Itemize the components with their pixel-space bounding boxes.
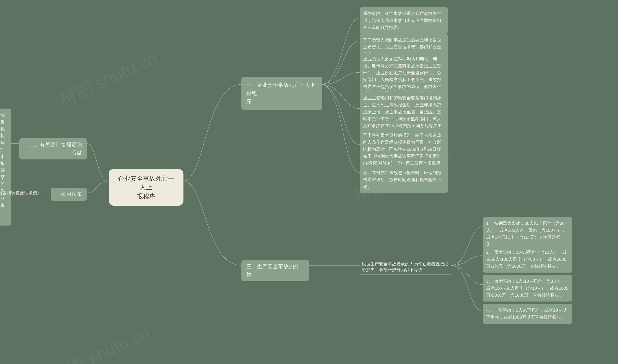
branch-node-4[interactable]: 三、生产安全事故的分类 [242,260,309,281]
branch1-line1: 一、企业安全事故死亡一人上报程 [246,82,315,96]
watermark: 树图 shutu.cn [55,46,161,112]
root-node[interactable]: 企业安全事故死亡一人上 报程序 [109,169,184,206]
leaf-node[interactable]: 2、 重大事故：10-30死亡（含10人），或者50人-100人重伤（含50人）… [483,246,572,273]
leaf-node[interactable]: 重伤事故、死亡事故或重大死亡事故发生后，负伤人员或事故目击者应立即向班组长及车间… [360,7,448,34]
leaf-node-underline[interactable]: 根据生产安全事故造成的人员伤亡或者直接经济损失，事故一般分为以下等级： [360,260,451,275]
watermark: 树图 shutu.cn [48,321,154,364]
root-line2: 报程序 [137,193,155,200]
leaf-node[interactable]: 依据：《生产安全事故报告和调查处理条例》有关部门接到事故报告后，应当依照规定上报… [0,109,11,226]
leaf-node-underline[interactable]: [1]《生产安全事故报告和调查处理条例》 [0,189,43,198]
branch-node-2[interactable]: 二、有关部门接报后怎么做 [19,138,87,159]
branch1-line2: 序 [246,98,252,104]
branch-node-1[interactable]: 一、企业安全事故死亡一人上报程 序 [242,77,322,110]
root-line1: 企业安全事故死亡一人上 [118,175,174,191]
leaf-node[interactable]: 1、 特别重大事故：30人以上死亡（含30人），或者100人以上重伤（含100人… [483,217,572,251]
leaf-node[interactable]: 4、 一般事故：3人以下死亡，或者10人以下重伤，或者1000万以下直接经济损失… [483,304,572,324]
leaf-node[interactable]: 3、 较大事故：3人-10人死亡（含3人），或者10人-50人重伤（含10人），… [483,275,572,301]
branch-node-3[interactable]: 引用法条 [51,188,87,201]
leaf-node[interactable]: 企业在对伤亡事故进行报告时，应做到报告内容详尽、报告时间迅速和报告程序正确。 [360,167,448,193]
